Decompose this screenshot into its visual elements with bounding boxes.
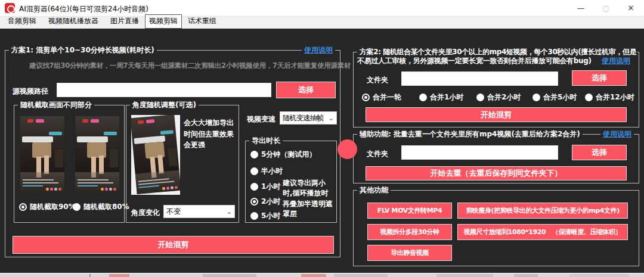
tab-image-live[interactable]: 图片直播 [104, 14, 145, 29]
export-1hour-label: 1小时 [261, 182, 280, 192]
speed-select[interactable]: 随机变速抽帧 ⌄ [280, 111, 337, 125]
export-muted-video-button[interactable]: 导出静音视频 [367, 245, 452, 261]
merge-5hour-radio[interactable]: 合并5小时 [532, 92, 577, 102]
angle-change-select[interactable]: 不变 ⌄ [163, 205, 235, 218]
angle-group-title: 角度随机调整(可选) [130, 100, 199, 110]
export-2hour-radio[interactable]: 2小时 [250, 197, 280, 207]
red-dot-badge [338, 139, 357, 159]
angle-group: 角度随机调整(可选) 会大大增加导出时间但去重效果会更强 角度变化 不变 ⌄ [126, 105, 239, 223]
others-title: 其他功能 [357, 185, 391, 195]
taskbar-item[interactable] [569, 274, 629, 277]
radio-unselected-icon [419, 94, 427, 101]
jianying-shrink-button[interactable]: 剪映瘦身(把剪映导出的大文件压缩为更小的mp4文件) [457, 203, 628, 219]
source-select-button[interactable]: 选择 [276, 82, 336, 98]
taskbar-item[interactable] [301, 274, 326, 277]
video-preview-thumbnail-2 [75, 116, 119, 192]
crop-80-radio[interactable]: 随机截取80% [73, 202, 129, 212]
taskbar-item[interactable] [436, 274, 493, 277]
minimize-button[interactable]: — [569, 0, 593, 16]
radio-unselected-icon [250, 167, 258, 175]
speed-value: 随机变速抽帧 [283, 113, 323, 123]
export-5min-radio[interactable]: 5分钟（测试用） [250, 150, 316, 160]
dedupe-title: 辅助功能: 批量去重一个文件夹里所有mp4视频(去重后给方案2合并) [357, 129, 583, 139]
merge-1hour-radio[interactable]: 合并1小时 [419, 92, 463, 102]
others-panel: 其他功能 FLV MOV文件转MP4 剪映瘦身(把剪映导出的大文件压缩为更小的m… [353, 190, 639, 266]
chevron-down-icon: ⌄ [329, 114, 334, 122]
plan2-help-link[interactable]: 使用说明 [599, 56, 633, 66]
export-halfhour-label: 半小时 [261, 166, 283, 176]
radio-selected-icon [19, 203, 27, 211]
plan1-help-link[interactable]: 使用说明 [302, 45, 335, 55]
merge-2hour-label: 合并2小时 [487, 92, 521, 102]
dedupe-start-button[interactable]: 开始去重（去重后保存到同文件夹下） [366, 166, 627, 180]
export-5hour-radio[interactable]: 5小时 [250, 211, 280, 221]
merge-12hour-radio[interactable]: 合并12小时 [585, 92, 634, 102]
export-2hour-label: 2小时 [261, 197, 280, 207]
app-logo-icon [5, 3, 15, 13]
dedupe-panel: 辅助功能: 批量去重一个文件夹里所有mp4视频(去重后给方案2合并) 使用说明 … [353, 134, 639, 183]
resize-1080x1920-button[interactable]: 视频尺寸放缩到1080*1920 （保清晰度、压缩体积） [457, 224, 628, 240]
export-1hour-radio[interactable]: 1小时 [250, 182, 280, 192]
export-duration-title: 导出时长 [249, 136, 283, 146]
taskbar-item[interactable] [334, 274, 388, 277]
plan2-panel: 方案2: 随机组合某个文件夹里30个以上的mp4短视频，每个30秒以内(擅长过机… [353, 52, 639, 127]
chevron-down-icon: ⌄ [227, 208, 232, 216]
dedupe-help-link[interactable]: 使用说明 [600, 129, 634, 139]
speed-label: 视频变速 [247, 114, 275, 125]
video-preview-thumbnail-1 [20, 116, 64, 192]
merge-one-round-radio[interactable]: 合并一轮 [362, 92, 401, 102]
dedupe-select-button[interactable]: 选择 [572, 145, 627, 160]
radio-unselected-icon [73, 203, 80, 211]
main-content: 方案1: 混剪单个10~30分钟长视频(耗时长) 使用说明 建议找7组30分钟的… [0, 29, 644, 273]
app-window: AI混剪器(64位)(每日可混剪24小时音频) — ▢ ✕ 音频剪辑 视频随机播… [0, 0, 644, 277]
radio-unselected-icon [250, 183, 258, 191]
radio-unselected-icon [476, 94, 484, 101]
merge-12hour-label: 合并12小时 [596, 92, 634, 102]
tab-script-remix[interactable]: 话术重组 [182, 14, 222, 29]
merge-one-round-label: 合并一轮 [373, 92, 401, 102]
split-video-30min-button[interactable]: 视频拆分多段30分钟 [367, 224, 452, 240]
radio-unselected-icon [250, 151, 258, 158]
taskbar-item[interactable] [109, 274, 129, 277]
crop-90-label: 随机截取90% [30, 202, 76, 212]
taskbar[interactable] [0, 273, 644, 277]
plan2-select-button[interactable]: 选择 [572, 70, 627, 86]
radio-unselected-icon [532, 94, 540, 101]
maximize-button[interactable]: ▢ [594, 0, 618, 16]
dedupe-folder-input[interactable] [401, 145, 558, 160]
angle-change-label: 角度变化 [131, 208, 160, 218]
taskbar-item[interactable] [203, 274, 256, 277]
dedupe-folder-label: 文件夹 [367, 149, 388, 159]
taskbar-item[interactable] [514, 274, 538, 277]
export-5min-label: 5分钟（测试用） [261, 150, 316, 160]
export-note-text: 建议导出两小时,循环播放时再叠加半透明遮罩层 [283, 178, 334, 220]
angle-note-text: 会大大增加导出时间但去重效果会更强 [184, 117, 237, 151]
export-duration-group: 导出时长 5分钟（测试用） 半小时 1小时 2小时 [245, 141, 337, 223]
plan2-title-line2: 不易过人工审核，另外源视频一定要长宽一致否则合并后播放可能会有bug) [357, 56, 592, 66]
crop-group-title: 随机截取画面不同部分 [18, 100, 94, 110]
tab-bar: 音频剪辑 视频随机播放器 图片直播 视频剪辑 话术重组 [0, 17, 644, 29]
source-path-input[interactable] [57, 83, 271, 97]
plan1-start-mix-button[interactable]: 开始混剪 [13, 236, 334, 254]
plan2-folder-input[interactable] [401, 71, 558, 86]
radio-selected-icon [250, 198, 258, 206]
merge-1hour-label: 合并1小时 [430, 92, 463, 102]
merge-5hour-label: 合并5小时 [543, 92, 577, 102]
window-title: AI混剪器(64位)(每日可混剪24小时音频) [19, 4, 148, 14]
plan2-start-mix-button[interactable]: 开始混剪 [366, 107, 627, 122]
close-button[interactable]: ✕ [619, 0, 643, 16]
plan2-folder-label: 文件夹 [367, 75, 388, 85]
taskbar-item[interactable] [89, 274, 91, 277]
tab-random-video-player[interactable]: 视频随机播放器 [42, 14, 104, 29]
radio-unselected-icon [250, 212, 258, 220]
tilted-video-preview-thumbnail [131, 115, 180, 195]
crop-90-radio[interactable]: 随机截取90% [19, 202, 76, 212]
flv-mov-to-mp4-button[interactable]: FLV MOV文件转MP4 [367, 203, 452, 219]
tab-audio-edit[interactable]: 音频剪辑 [2, 14, 42, 29]
merge-2hour-radio[interactable]: 合并2小时 [476, 92, 521, 102]
export-halfhour-radio[interactable]: 半小时 [250, 166, 283, 176]
radio-selected-icon [362, 94, 370, 101]
plan1-title: 方案1: 混剪单个10~30分钟长视频(耗时长) [9, 45, 157, 55]
crop-group: 随机截取画面不同部分 随机截取90% [14, 105, 125, 223]
tab-video-edit[interactable]: 视频剪辑 [145, 14, 182, 29]
